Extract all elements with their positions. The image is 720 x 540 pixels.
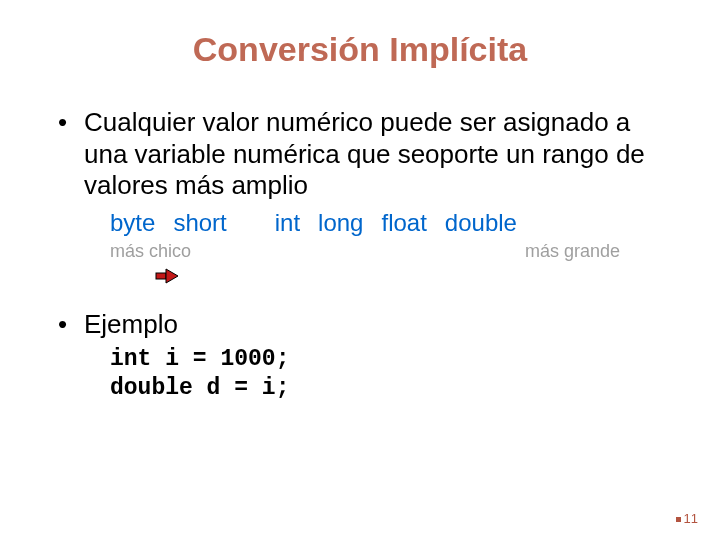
page-number: 11 [676, 511, 698, 526]
type-float: float [381, 208, 426, 237]
type-range-row: byte short int long float double [110, 208, 670, 237]
bullet-main-text: Cualquier valor numérico puede ser asign… [84, 107, 645, 200]
page-bullet-icon [676, 517, 681, 522]
label-large: más grande [525, 241, 620, 263]
type-gap [245, 208, 257, 237]
bullet-main: Cualquier valor numérico puede ser asign… [58, 107, 670, 285]
size-labels-row: más chico más grande [110, 241, 620, 263]
label-small: más chico [110, 241, 191, 263]
slide-title: Conversión Implícita [50, 30, 670, 69]
svg-marker-1 [166, 269, 178, 283]
type-byte: byte [110, 208, 155, 237]
code-line-1: int i = 1000; [110, 345, 670, 374]
type-long: long [318, 208, 363, 237]
arrow-right-icon [154, 265, 670, 285]
code-line-2: double d = i; [110, 374, 670, 403]
type-short: short [173, 208, 226, 237]
code-block: int i = 1000; double d = i; [110, 345, 670, 403]
type-double: double [445, 208, 517, 237]
svg-rect-0 [156, 273, 166, 279]
type-int: int [275, 208, 300, 237]
page-number-text: 11 [684, 511, 698, 526]
bullet-example-text: Ejemplo [84, 309, 178, 339]
bullet-example: Ejemplo int i = 1000; double d = i; [58, 309, 670, 402]
